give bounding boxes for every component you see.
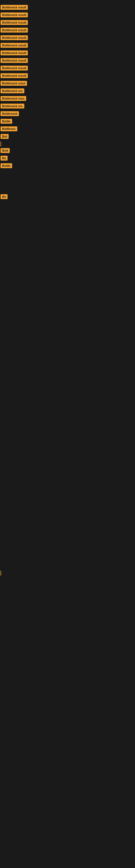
badge-row: Bottleneck xyxy=(1,111,135,117)
spacer xyxy=(0,375,135,397)
spacer xyxy=(0,440,135,462)
badge-row: Bottleneck result xyxy=(1,28,135,34)
cursor-line xyxy=(1,142,1,147)
bottleneck-result-badge[interactable]: Bottleneck result xyxy=(1,58,28,63)
site-title xyxy=(0,0,135,3)
bottleneck-result-badge[interactable]: Bo xyxy=(1,156,8,161)
badge-row: Bottleneck res xyxy=(1,104,135,110)
bottleneck-result-badge[interactable]: Bottleneck result xyxy=(1,66,28,70)
spacer xyxy=(0,354,135,375)
spacer xyxy=(0,289,135,310)
spacer xyxy=(0,419,135,440)
bottleneck-result-badge[interactable]: Bottleneck result xyxy=(1,12,28,18)
spacer xyxy=(0,171,135,193)
bottom-fill xyxy=(0,577,135,794)
spacer xyxy=(0,332,135,354)
badge-row: Bottleneck result xyxy=(1,51,135,56)
bottleneck-result-badge[interactable]: Bottleneck result xyxy=(1,43,28,48)
spacer xyxy=(0,267,135,289)
bottleneck-result-badge[interactable]: Bottleneck result xyxy=(1,28,28,33)
badge-row: Bottle xyxy=(1,163,135,169)
bottleneck-result-badge[interactable]: Bottleneck result xyxy=(1,20,28,25)
spacer xyxy=(0,223,135,245)
bottleneck-result-badge[interactable]: Bottleneck res xyxy=(1,104,24,108)
cursor-line xyxy=(1,571,1,576)
badge-row: Bottleneck result xyxy=(1,20,135,26)
bottleneck-result-badge[interactable]: Bottleneck xyxy=(1,111,19,116)
spacer xyxy=(0,310,135,332)
badge-row: Bottleneck result xyxy=(1,12,135,19)
bottleneck-result-badge[interactable]: Bottleneck resu xyxy=(1,96,26,101)
bottleneck-result-badge[interactable]: Bottleneck res xyxy=(1,88,24,93)
badges-container: Bottleneck resultBottleneck resultBottle… xyxy=(0,5,135,576)
spacer xyxy=(0,397,135,419)
badge-row: Bot xyxy=(1,134,135,140)
badge-row: Bo xyxy=(1,156,135,162)
badge-row: Bottleneck result xyxy=(1,5,135,11)
badge-row: Bott xyxy=(1,148,135,154)
bottleneck-result-badge[interactable]: Bottle xyxy=(1,163,12,168)
badge-row: Bottle xyxy=(1,119,135,125)
bottleneck-result-badge[interactable]: Bot xyxy=(1,134,9,139)
spacer xyxy=(0,245,135,267)
spacer xyxy=(0,202,135,223)
bottleneck-result-badge[interactable]: Bottlenec xyxy=(1,126,17,131)
badge-row: Bottleneck resul xyxy=(1,81,135,87)
badge-row: Bottleneck result xyxy=(1,43,135,49)
badge-row: Bo xyxy=(1,194,135,200)
bottleneck-result-badge[interactable]: Bottleneck result xyxy=(1,35,28,40)
badge-row: Bottleneck result xyxy=(1,73,135,79)
badge-row: Bottleneck res xyxy=(1,88,135,94)
bottleneck-result-badge[interactable]: Bottleneck resul xyxy=(1,81,27,86)
badge-row: Bottleneck result xyxy=(1,35,135,41)
bottleneck-result-badge[interactable]: Bottleneck result xyxy=(1,5,28,10)
badge-row: Bottleneck result xyxy=(1,66,135,72)
bottleneck-result-badge[interactable]: Bott xyxy=(1,148,10,153)
bottleneck-result-badge[interactable]: Bo xyxy=(1,194,8,199)
badge-row: Bottlenec xyxy=(1,126,135,132)
bottleneck-result-badge[interactable]: Bottleneck result xyxy=(1,51,28,55)
bottleneck-result-badge[interactable]: Bottle xyxy=(1,119,12,124)
badge-row: Bottleneck resu xyxy=(1,96,135,102)
bottleneck-result-badge[interactable]: Bottleneck result xyxy=(1,73,28,78)
badge-row: Bottleneck result xyxy=(1,58,135,64)
